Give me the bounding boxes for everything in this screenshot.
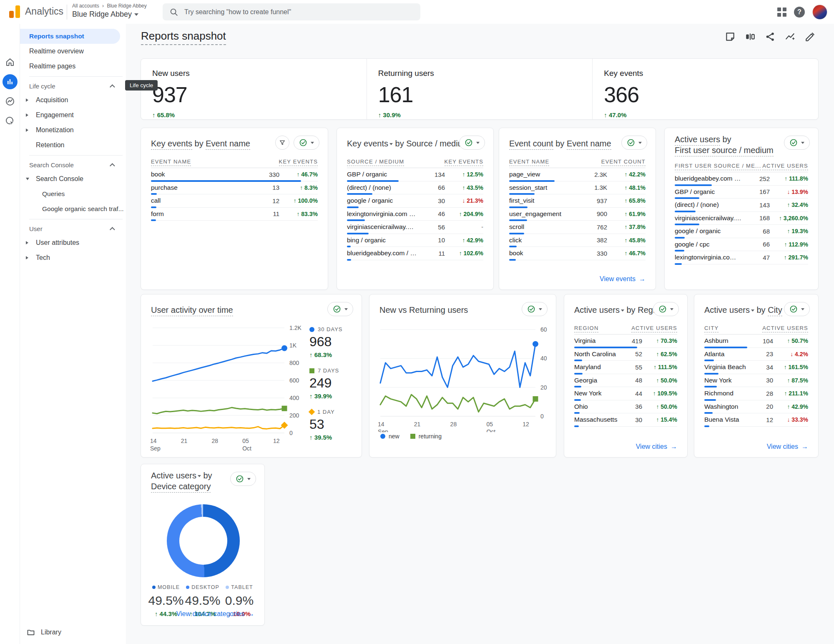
table-row[interactable]: bing / organic10↑ 42.9% <box>347 234 483 247</box>
table-row[interactable]: New York44↑ 109.5% <box>574 387 677 400</box>
sidebar-item-reports-snapshot[interactable]: Reports snapshot <box>20 29 120 44</box>
svg-text:0: 0 <box>289 430 293 436</box>
metric-check-chip[interactable] <box>230 472 256 486</box>
table-row[interactable]: user_engagement900↑ 61.9% <box>509 208 646 221</box>
google-apps-icon[interactable] <box>777 8 786 17</box>
metric-check-chip[interactable] <box>621 136 647 150</box>
table-row[interactable]: blueridgeabbey.com / referral252↑ 111.8% <box>675 172 808 186</box>
share-icon[interactable] <box>765 31 776 42</box>
sidebar-divider <box>29 76 123 77</box>
legend-dot <box>226 586 229 589</box>
sidebar-item-user-attributes[interactable]: User attributes <box>20 235 126 250</box>
table-row[interactable]: session_start1.3K↑ 48.1% <box>509 181 646 195</box>
sidebar-item-acquisition[interactable]: Acquisition <box>20 93 126 108</box>
sidebar-item-library[interactable]: Library <box>27 628 61 636</box>
metric-check-chip[interactable] <box>784 136 810 150</box>
table-row[interactable]: virginiascenicrailway.com / r...56 - <box>347 221 483 234</box>
sidebar-item-monetization[interactable]: Monetization <box>20 123 126 138</box>
sidebar-section-life-cycle[interactable]: Life cycle <box>20 79 126 93</box>
sidebar-item-engagement[interactable]: Engagement <box>20 108 126 123</box>
table-row[interactable]: (direct) / (none)143↑ 32.4% <box>675 199 808 212</box>
table-row[interactable]: Washington20↑ 42.9% <box>704 400 808 414</box>
table-row[interactable]: blueridgeabbey.com / referral11↑ 102.6% <box>347 247 483 260</box>
explore-icon[interactable] <box>5 96 15 106</box>
table-row[interactable]: lexingtonvirginia.com / refer...46↑ 204.… <box>347 208 483 221</box>
table-row[interactable]: (direct) / (none)66↑ 43.5% <box>347 181 483 195</box>
table-row[interactable]: form11↑ 83.3% <box>151 208 318 221</box>
sidebar-item-queries[interactable]: Queries <box>20 186 126 201</box>
table-row[interactable]: Virginia419↑ 70.3% <box>574 335 677 348</box>
property-selector[interactable]: Blue Ridge Abbey <box>72 10 138 19</box>
table-row[interactable]: purchase13↑ 8.3% <box>151 181 318 195</box>
table-row[interactable]: GBP / organic167↓ 13.9% <box>675 186 808 199</box>
card-active-users-by-city: Active users by City CITYACTIVE USERSAsh… <box>694 294 819 458</box>
city-table: CITYACTIVE USERSAshburn104↑ 50.7%Atlanta… <box>704 322 808 427</box>
table-row[interactable]: Massachusetts30↑ 15.4% <box>574 413 677 427</box>
breadcrumb[interactable]: All accounts › Blue Ridge Abbey <box>72 3 147 9</box>
home-icon[interactable] <box>5 57 15 67</box>
advertising-icon[interactable] <box>5 116 15 126</box>
table-row[interactable]: Richmond28↑ 211.1% <box>704 387 808 400</box>
view-cities-link[interactable]: View cities→ <box>767 443 808 450</box>
avatar[interactable] <box>812 5 827 20</box>
arrow-right-icon: → <box>801 443 808 450</box>
sidebar-item-google-organic-search-traf-[interactable]: Google organic search traf... <box>20 201 126 216</box>
sidebar-section-user[interactable]: User <box>20 222 126 235</box>
sidebar-section-search-console[interactable]: Search Console <box>20 158 126 171</box>
metric-check-chip[interactable] <box>294 136 319 150</box>
sidebar-item-retention[interactable]: Retention <box>20 138 126 153</box>
comparison-icon[interactable] <box>745 31 756 42</box>
table-row[interactable]: google / organic30↓ 21.3% <box>347 194 483 208</box>
table-row[interactable]: book330↑ 46.7% <box>509 247 646 260</box>
search-bar[interactable] <box>163 3 420 20</box>
filter-chip[interactable] <box>275 136 289 150</box>
table-row[interactable]: scroll762↑ 37.8% <box>509 221 646 234</box>
region-table: REGIONACTIVE USERSVirginia419↑ 70.3%Nort… <box>574 322 677 427</box>
table-row[interactable]: book330↑ 46.7% <box>151 168 318 181</box>
table-row[interactable]: GBP / organic134↑ 12.5% <box>347 168 483 181</box>
metric-check-chip[interactable] <box>327 302 353 316</box>
metric-check-chip[interactable] <box>784 302 810 316</box>
table-row[interactable]: New York30↑ 87.5% <box>704 374 808 387</box>
metric-check-chip[interactable] <box>459 136 485 150</box>
chevron-down-icon <box>198 475 201 477</box>
table-row[interactable]: virginiascenicrailway.com / r...168↑ 3,2… <box>675 212 808 225</box>
view-cities-link[interactable]: View cities→ <box>636 443 677 450</box>
svg-text:05: 05 <box>486 421 493 428</box>
table-row[interactable]: Georgia48↑ 50.0% <box>574 374 677 387</box>
metric-check-chip[interactable] <box>653 302 679 316</box>
svg-text:12: 12 <box>273 438 280 444</box>
table-row[interactable]: click382↑ 45.8% <box>509 234 646 247</box>
table-row[interactable]: Atlanta23↓ 4.2% <box>704 348 808 361</box>
sidebar-item-realtime-overview[interactable]: Realtime overview <box>20 44 126 59</box>
table-row[interactable]: first_visit937↑ 65.8% <box>509 194 646 208</box>
table-row[interactable]: Maryland55↑ 111.5% <box>574 361 677 374</box>
edit-icon[interactable] <box>805 31 816 42</box>
table-row[interactable]: Virginia Beach34↑ 161.5% <box>704 361 808 374</box>
svg-text:600: 600 <box>289 377 299 384</box>
returning-users-delta: ↑ 30.9% <box>378 111 593 118</box>
table-row[interactable]: lexingtonvirginia.com / refer...47↑ 291.… <box>675 251 808 264</box>
svg-text:0: 0 <box>540 413 544 420</box>
reports-nav-icon[interactable] <box>3 74 18 89</box>
view-device-categories-link[interactable]: View device categories→ <box>176 610 254 618</box>
insights-icon[interactable] <box>785 31 796 42</box>
table-row[interactable]: Buena Vista12↓ 33.3% <box>704 413 808 427</box>
search-input[interactable] <box>184 8 414 16</box>
table-row[interactable]: Ashburn104↑ 50.7% <box>704 335 808 348</box>
table-row[interactable]: call12↑ 100.0% <box>151 194 318 208</box>
table-row[interactable]: google / organic68↑ 19.3% <box>675 225 808 238</box>
note-icon[interactable] <box>725 31 736 42</box>
sidebar-item-tech[interactable]: Tech <box>20 250 126 265</box>
svg-text:1.2K: 1.2K <box>289 325 301 331</box>
table-row[interactable]: North Carolina52↑ 62.5% <box>574 348 677 361</box>
sidebar-item-realtime-pages[interactable]: Realtime pages <box>20 59 126 74</box>
view-events-link[interactable]: View events→ <box>600 275 646 283</box>
sidebar-item-search-console[interactable]: Search Console <box>20 171 126 186</box>
analytics-logo-icon[interactable] <box>7 5 22 19</box>
help-icon[interactable]: ? <box>794 7 805 18</box>
metric-check-chip[interactable] <box>522 302 548 316</box>
table-row[interactable]: google / cpc66↑ 112.9% <box>675 238 808 252</box>
table-row[interactable]: page_view2.3K↑ 42.2% <box>509 168 646 181</box>
table-row[interactable]: Ohio36↑ 50.0% <box>574 400 677 414</box>
